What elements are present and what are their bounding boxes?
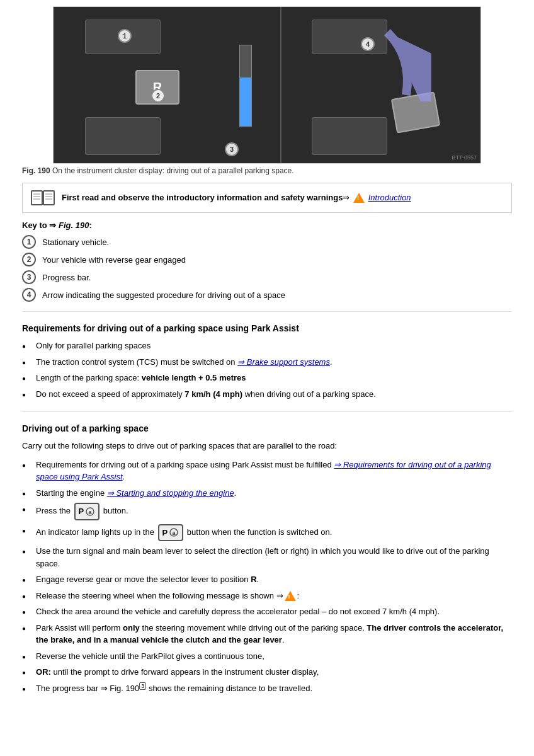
req-text-3: Length of the parking space: vehicle len… [36, 372, 246, 384]
figure-image: A B R [53, 6, 481, 164]
fig-caption-text: On the instrument cluster display: drivi… [52, 166, 294, 175]
svg-rect-1 [31, 191, 42, 205]
parked-car-bottom-a [85, 117, 161, 155]
key-text-2: Your vehicle with reverse gear engaged [42, 255, 186, 265]
section-divider [22, 311, 512, 312]
do-text-6: Engage reverse gear or move the selector… [36, 573, 259, 586]
req-item-3: Length of the parking space: vehicle len… [22, 372, 512, 384]
do-text-10: Reverse the vehicle until the ParkPilot … [36, 650, 264, 663]
do-item-8: Check the area around the vehicle and ca… [22, 605, 512, 618]
safety-note: First read and observe the introductory … [22, 183, 512, 213]
key-circle-4: 4 [22, 288, 36, 302]
svg-text:a: a [89, 509, 93, 515]
key-item-1: 1 Stationary vehicle. [22, 235, 512, 249]
direction-arrow [356, 20, 431, 101]
circle-label-4: 4 [361, 37, 375, 51]
key-text-4: Arrow indicating the suggested procedure… [42, 290, 285, 300]
do-text-7: Release the steering wheel when the foll… [36, 590, 299, 602]
requirements-section: Requirements for driving out of a parkin… [22, 323, 512, 400]
driving-out-section: Driving out of a parking space Carry out… [22, 423, 512, 694]
do-text-1: Requirements for driving out of a parkin… [36, 459, 512, 483]
do-text-8: Check the area around the vehicle and ca… [36, 605, 440, 618]
do-item-10: Reverse the vehicle until the ParkPilot … [22, 650, 512, 663]
do-text-12: The progress bar ⇒ Fig. 1903 shows the r… [36, 682, 312, 695]
do-text-5: Use the turn signal and main beam lever … [36, 545, 512, 570]
key-title: Key to ⇒ Fig. 190: [22, 220, 512, 230]
do-item-6: Engage reverse gear or move the selector… [22, 573, 512, 586]
safety-note-text: First read and observe the introductory … [62, 193, 411, 203]
req-text-4: Do not exceed a speed of approximately 7… [36, 388, 376, 401]
do-text-2: Starting the engine ⇒ Starting and stopp… [36, 487, 236, 500]
do-item-1: Requirements for driving out of a parkin… [22, 459, 512, 483]
circle-label-3: 3 [225, 142, 239, 156]
key-item-4: 4 Arrow indicating the suggested procedu… [22, 288, 512, 302]
fig-caption: Fig. 190 On the instrument cluster displ… [22, 166, 512, 175]
req-item-2: The traction control system (TCS) must b… [22, 356, 512, 369]
pa-button-press: Pa [74, 503, 100, 520]
do-text-11: OR: until the prompt to drive forward ap… [36, 666, 319, 679]
do-item-5: Use the turn signal and main beam lever … [22, 545, 512, 570]
pa-button-indicator: Pa [158, 524, 184, 542]
key-text-1: Stationary vehicle. [42, 238, 109, 247]
key-item-2: 2 Your vehicle with reverse gear engaged [22, 253, 512, 266]
do-item-4: An indicator lamp lights up in the Pa bu… [22, 524, 512, 542]
circle-label-2: 2 [151, 89, 165, 103]
svg-text:a: a [173, 530, 176, 536]
do-item-9: Park Assist will perform only the steeri… [22, 622, 512, 646]
requirements-list: Only for parallel parking spaces The tra… [22, 340, 512, 400]
key-text-3: Progress bar. [42, 273, 91, 282]
key-section: Key to ⇒ Fig. 190: 1 Stationary vehicle.… [22, 220, 512, 302]
figure-container: A B R [22, 6, 512, 175]
do-item-2: Starting the engine ⇒ Starting and stopp… [22, 487, 512, 500]
do-item-3: Press the Pa button. [22, 503, 512, 520]
do-item-11: OR: until the prompt to drive forward ap… [22, 666, 512, 679]
starting-engine-link[interactable]: ⇒ Starting and stopping the engine [107, 488, 234, 498]
do-item-12: The progress bar ⇒ Fig. 1903 shows the r… [22, 682, 512, 695]
warning-tri-inline [285, 591, 296, 601]
do-item-7: Release the steering wheel when the foll… [22, 590, 512, 602]
brake-support-link[interactable]: ⇒ Brake support systems [237, 357, 330, 367]
fig-id: BTT-0557 [452, 154, 477, 161]
circle-label-1: 1 [118, 29, 132, 43]
key-item-3: 3 Progress bar. [22, 270, 512, 284]
do-text-9: Park Assist will perform only the steeri… [36, 622, 512, 646]
fig-number: Fig. 190 [22, 166, 50, 175]
progress-bar-fill [240, 77, 251, 126]
key-items-list: 1 Stationary vehicle. 2 Your vehicle wit… [22, 235, 512, 302]
section-divider-2 [22, 411, 512, 412]
introduction-link[interactable]: Introduction [368, 193, 411, 202]
svg-rect-2 [43, 191, 54, 205]
driving-out-title: Driving out of a parking space [22, 423, 512, 433]
requirements-title: Requirements for driving out of a parkin… [22, 323, 512, 333]
do-text-3: Press the Pa button. [36, 503, 128, 520]
driving-out-list: Requirements for driving out of a parkin… [22, 459, 512, 695]
progress-bar-visual [239, 45, 252, 127]
req-item-4: Do not exceed a speed of approximately 7… [22, 388, 512, 401]
book-icon [30, 188, 55, 207]
req-item-1: Only for parallel parking spaces [22, 340, 512, 352]
req-text-1: Only for parallel parking spaces [36, 340, 151, 352]
key-circle-2: 2 [22, 253, 36, 266]
safety-text-bold: First read and observe the introductory … [62, 193, 343, 202]
do-text-4: An indicator lamp lights up in the Pa bu… [36, 524, 332, 542]
warning-triangle-icon [353, 193, 365, 203]
key-circle-3: 3 [22, 270, 36, 284]
req-link[interactable]: ⇒ Requirements for driving out of a park… [36, 460, 491, 482]
key-circle-1: 1 [22, 235, 36, 249]
req-text-2: The traction control system (TCS) must b… [36, 356, 332, 369]
driving-out-intro: Carry out the following steps to drive o… [22, 440, 512, 452]
parked-car-bottom-b [312, 117, 387, 155]
